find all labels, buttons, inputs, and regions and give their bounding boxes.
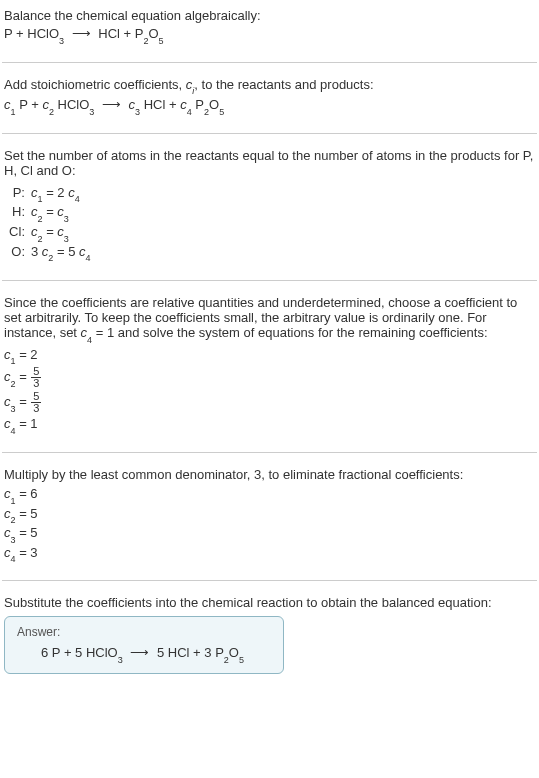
n: 4 <box>75 194 80 204</box>
atom-row-cl: Cl: c2 = c3 <box>4 223 94 243</box>
eq-sub2: 2 <box>143 36 148 46</box>
n: 2 <box>48 253 53 263</box>
lcd-coefs: c1 = 6 c2 = 5 c3 = 5 c4 = 3 <box>4 486 535 562</box>
c1: c <box>4 97 11 112</box>
c: c <box>4 394 11 409</box>
coef-row: c3 = 53 <box>4 391 535 414</box>
eq-sub3: 3 <box>118 655 123 665</box>
p2o5-2: 2 <box>204 107 209 117</box>
coef-row: c4 = 3 <box>4 545 535 563</box>
el: P: <box>4 184 28 204</box>
intro-block: Balance the chemical equation algebraica… <box>2 4 537 56</box>
final-text: Substitute the coefficients into the che… <box>4 595 535 610</box>
t2: , to the reactants and products: <box>194 77 373 92</box>
n: 2 <box>38 234 43 244</box>
answer-equation: 6 P + 5 HClO3 ⟶ 5 HCl + 3 P2O5 <box>17 645 271 663</box>
c: c <box>4 416 11 431</box>
n: 3 <box>64 214 69 224</box>
p2o5-o: O <box>209 97 219 112</box>
eq: = <box>16 394 31 409</box>
eq: = 1 <box>16 416 38 431</box>
divider <box>2 62 537 63</box>
hclo-sub: 3 <box>89 107 94 117</box>
n: 3 <box>64 234 69 244</box>
n: 3 <box>11 404 16 414</box>
eq: c1 = 2 c4 <box>28 184 94 204</box>
atoms-block: Set the number of atoms in the reactants… <box>2 144 537 274</box>
stoich-equation: c1 P + c2 HClO3 ⟶ c3 HCl + c4 P2O5 <box>4 97 535 115</box>
c: c <box>4 369 11 384</box>
c: c <box>68 185 75 200</box>
hcl: HCl + <box>140 97 180 112</box>
p2: = 1 and solve the system of equations fo… <box>92 325 487 340</box>
el: Cl: <box>4 223 28 243</box>
eq-sub2: 2 <box>224 655 229 665</box>
c: c <box>4 525 11 540</box>
c2n: 2 <box>49 107 54 117</box>
atoms-table: P: c1 = 2 c4 H: c2 = c3 Cl: c2 = c3 O: 3… <box>4 184 94 262</box>
eqsign: = 5 <box>53 244 79 259</box>
eqsign: = 2 <box>43 185 69 200</box>
n: 3 <box>11 535 16 545</box>
n: 1 <box>11 356 16 366</box>
c3n: 3 <box>135 107 140 117</box>
c4n: 4 <box>187 107 192 117</box>
c: c <box>4 506 11 521</box>
el: O: <box>4 243 28 263</box>
divider <box>2 580 537 581</box>
t1: Add stoichiometric coefficients, <box>4 77 186 92</box>
c: c <box>4 545 11 560</box>
c: c <box>57 204 64 219</box>
eq: c2 = c3 <box>28 223 94 243</box>
eq-sub5: 5 <box>159 36 164 46</box>
atom-row-p: P: c1 = 2 c4 <box>4 184 94 204</box>
coef-row: c1 = 6 <box>4 486 535 504</box>
n: 4 <box>86 253 91 263</box>
answer-box: Answer: 6 P + 5 HClO3 ⟶ 5 HCl + 3 P2O5 <box>4 616 284 674</box>
n: 1 <box>11 496 16 506</box>
p: P + <box>16 97 43 112</box>
divider <box>2 280 537 281</box>
coef-row: c4 = 1 <box>4 416 535 434</box>
eq-sub3: 3 <box>59 36 64 46</box>
den: 3 <box>31 378 41 389</box>
p2o5-p: P <box>192 97 204 112</box>
coef-row: c2 = 53 <box>4 366 535 389</box>
c: c <box>31 185 38 200</box>
eqsign: = <box>43 204 58 219</box>
lcd-text: Multiply by the least common denominator… <box>4 467 535 482</box>
arrow-icon: ⟶ <box>98 97 125 112</box>
eq: = 6 <box>16 486 38 501</box>
eq: = 2 <box>16 347 38 362</box>
eq-right-hcl: HCl + P <box>98 26 143 41</box>
eq: = 3 <box>16 545 38 560</box>
final-block: Substitute the coefficients into the che… <box>2 591 537 686</box>
n: 2 <box>11 379 16 389</box>
el: H: <box>4 203 28 223</box>
c: c <box>79 244 86 259</box>
eqsign: = <box>43 224 58 239</box>
eq-right-o: O <box>148 26 158 41</box>
den: 3 <box>31 403 41 414</box>
choose-coefs: c1 = 2 c2 = 53 c3 = 53 c4 = 1 <box>4 347 535 434</box>
fraction: 53 <box>31 391 41 414</box>
eq: = 5 <box>16 525 38 540</box>
coef-row: c3 = 5 <box>4 525 535 543</box>
p2o5-5: 5 <box>219 107 224 117</box>
atom-row-o: O: 3 c2 = 5 c4 <box>4 243 94 263</box>
fraction: 53 <box>31 366 41 389</box>
n: 4 <box>11 554 16 564</box>
eq-right-a: 5 HCl + 3 P <box>157 645 224 660</box>
atoms-intro: Set the number of atoms in the reactants… <box>4 148 535 178</box>
n: 2 <box>38 214 43 224</box>
c: c <box>57 224 64 239</box>
divider <box>2 133 537 134</box>
n: 2 <box>11 515 16 525</box>
c: c <box>31 204 38 219</box>
c4n: 4 <box>87 335 92 345</box>
eq: c2 = c3 <box>28 203 94 223</box>
hclo: HClO <box>54 97 89 112</box>
intro-equation: P + HClO3 ⟶ HCl + P2O5 <box>4 26 535 44</box>
choose-text: Since the coefficients are relative quan… <box>4 295 535 343</box>
c1n: 1 <box>11 107 16 117</box>
